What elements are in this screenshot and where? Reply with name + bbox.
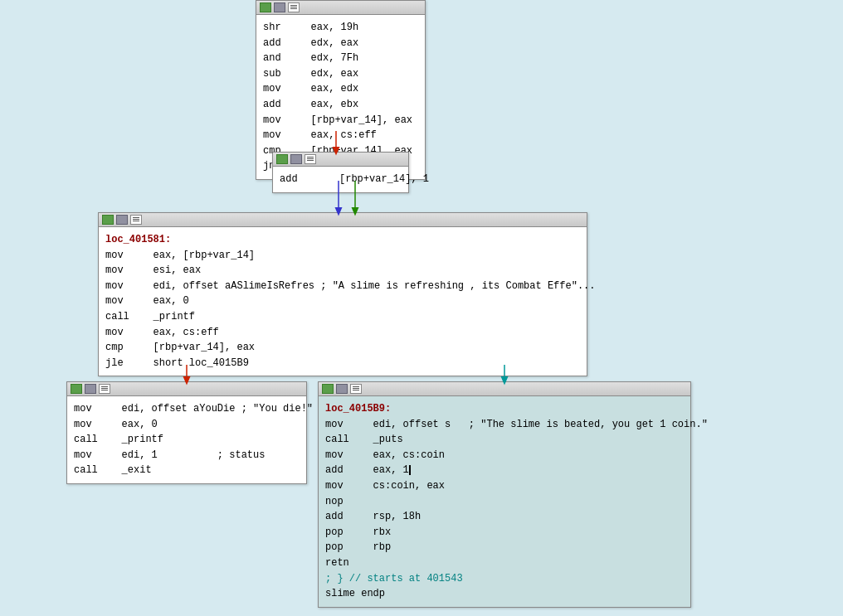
content-2: add [rbp+var_14], 1 — [273, 167, 408, 192]
comment-line: ; } // starts at 401543 — [325, 573, 463, 584]
icon-lines-2 — [305, 154, 316, 164]
icon-lines-1 — [288, 2, 300, 12]
icon-gray-5 — [336, 384, 348, 394]
icon-lines-5 — [350, 384, 362, 394]
icon-gray-3 — [116, 215, 128, 225]
code-block-2: add [rbp+var_14], 1 — [272, 152, 409, 193]
line: mov cs:coin, eax nop add rsp, 18h pop rb… — [325, 480, 445, 569]
line: mov edi, offset aYouDie ; "You die!" mov… — [74, 403, 313, 476]
content-5: loc_4015B9: mov edi, offset s ; "The sli… — [319, 396, 690, 607]
content-3: loc_401581: mov eax, [rbp+var_14] mov es… — [99, 227, 587, 376]
line: add [rbp+var_14], 1 — [280, 173, 429, 185]
code-block-5: loc_4015B9: mov edi, offset s ; "The sli… — [318, 381, 691, 608]
icon-green-1 — [260, 2, 271, 12]
icon-green-5 — [322, 384, 334, 394]
icon-green-3 — [102, 215, 114, 225]
titlebar-3 — [99, 213, 587, 227]
line: mov edi, offset s ; "The slime is beated… — [325, 419, 708, 477]
line: slime endp — [325, 588, 385, 599]
icon-gray-1 — [274, 2, 285, 12]
code-block-3: loc_401581: mov eax, [rbp+var_14] mov es… — [98, 212, 587, 376]
icon-lines-4 — [99, 384, 110, 394]
content-4: mov edi, offset aYouDie ; "You die!" mov… — [67, 396, 306, 483]
icon-green-4 — [71, 384, 82, 394]
line: mov eax, [rbp+var_14] mov esi, eax mov e… — [105, 250, 596, 369]
line: shr eax, 19h add edx, eax and edx, 7Fh s… — [263, 22, 412, 172]
icon-green-2 — [276, 154, 288, 164]
titlebar-1 — [256, 1, 425, 15]
code-block-4: mov edi, offset aYouDie ; "You die!" mov… — [66, 381, 307, 484]
label-loc4015b9: loc_4015B9: — [325, 403, 391, 415]
cursor — [409, 465, 411, 475]
titlebar-5 — [319, 382, 690, 396]
icon-gray-2 — [290, 154, 302, 164]
icon-lines-3 — [130, 215, 142, 225]
titlebar-2 — [273, 153, 408, 167]
icon-gray-4 — [85, 384, 96, 394]
titlebar-4 — [67, 382, 306, 396]
label-loc401581: loc_401581: — [105, 234, 171, 245]
